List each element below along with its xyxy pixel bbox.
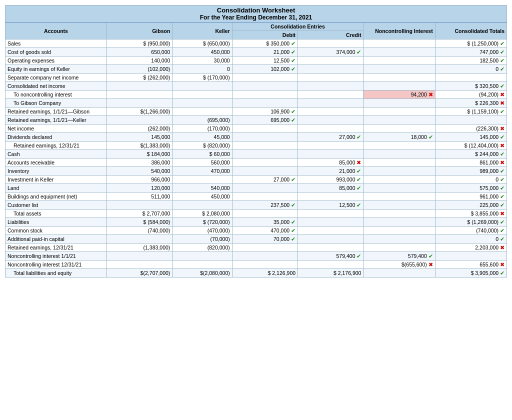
check-icon: ✔ <box>500 40 504 46</box>
consol-cell: $ (12,404,000) ✖ <box>435 142 506 150</box>
check-icon: ✔ <box>428 134 433 140</box>
nci-cell: 18,000 ✔ <box>364 133 435 142</box>
account-label: Noncontrolling interest 12/31/21 <box>6 260 107 269</box>
nci-cell <box>364 176 435 184</box>
keller-cell: 470,000 <box>172 167 232 176</box>
consol-cell: 861,000 ✖ <box>435 158 506 167</box>
debit-cell <box>232 158 298 167</box>
account-label: Buildings and equipment (net) <box>6 192 107 201</box>
credit-cell <box>298 192 364 201</box>
keller-cell <box>172 108 232 116</box>
account-label: Inventory <box>6 167 107 176</box>
account-label: Investment in Keller <box>6 176 107 184</box>
check-icon: ✔ <box>356 253 361 259</box>
account-label: Equity in earnings of Keller <box>6 65 107 74</box>
keller-cell: 540,000 <box>172 184 232 192</box>
nci-cell <box>364 201 435 210</box>
keller-cell: $ 2,080,000 <box>172 210 232 218</box>
account-label: Net income <box>6 124 107 133</box>
account-label: Additional paid-in capital <box>6 235 107 244</box>
consol-cell: 2,203,000 ✖ <box>435 244 506 252</box>
debit-cell: 35,000 ✔ <box>232 218 298 226</box>
check-icon: ✔ <box>291 219 296 225</box>
nci-cell <box>364 184 435 192</box>
nci-cell <box>364 82 435 90</box>
credit-cell <box>298 116 364 124</box>
debit-cell: 21,000 ✔ <box>232 48 298 56</box>
keller-cell: (820,000) <box>172 244 232 252</box>
consol-cell: 747,000 ✔ <box>435 48 506 56</box>
check-icon: ✔ <box>500 194 504 200</box>
debit-cell <box>232 167 298 176</box>
nci-cell <box>364 99 435 108</box>
cross-icon: ✖ <box>500 100 504 106</box>
nci-cell <box>364 235 435 244</box>
check-icon: ✔ <box>500 270 504 276</box>
credit-cell: 993,000 ✔ <box>298 176 364 184</box>
gibson-cell: (262,000) <box>106 124 172 133</box>
consol-cell: 182,500 ✔ <box>435 56 506 65</box>
check-icon: ✔ <box>291 236 296 242</box>
check-icon: ✔ <box>291 202 296 208</box>
consol-cell: (94,200) ✖ <box>435 90 506 99</box>
account-label: To Gibson Company <box>6 99 107 108</box>
debit-cell <box>232 90 298 99</box>
consol-cell: $ (1,250,000) ✔ <box>435 40 506 48</box>
nci-cell <box>364 218 435 226</box>
cross-icon: ✖ <box>428 92 433 98</box>
nci-cell <box>364 150 435 158</box>
check-icon: ✔ <box>500 202 504 208</box>
cross-icon: ✖ <box>500 126 504 132</box>
credit-cell <box>298 218 364 226</box>
consol-cell: (740,000) ✔ <box>435 226 506 235</box>
gibson-cell: (740,000) <box>106 226 172 235</box>
header-keller: Keller <box>172 22 232 40</box>
keller-cell <box>172 252 232 260</box>
debit-cell <box>232 184 298 192</box>
gibson-cell: $ (950,000) <box>106 40 172 48</box>
keller-cell <box>172 90 232 99</box>
cross-icon: ✖ <box>500 244 504 250</box>
debit-cell <box>232 260 298 269</box>
cross-icon: ✖ <box>500 92 504 98</box>
gibson-cell: $ (262,000) <box>106 74 172 82</box>
consol-cell: $ (1,269,000) ✔ <box>435 218 506 226</box>
gibson-cell: 140,000 <box>106 56 172 65</box>
credit-cell <box>298 99 364 108</box>
check-icon: ✔ <box>291 58 296 64</box>
account-label: Sales <box>6 40 107 48</box>
gibson-cell: 540,000 <box>106 167 172 176</box>
debit-cell: $ 2,126,900 <box>232 269 298 278</box>
check-icon: ✔ <box>500 134 504 140</box>
check-icon: ✔ <box>500 236 504 242</box>
gibson-cell: $ 2,707,000 <box>106 210 172 218</box>
account-label: Total assets <box>6 210 107 218</box>
gibson-cell <box>106 90 172 99</box>
consol-cell: (226,300) ✖ <box>435 124 506 133</box>
nci-cell <box>364 124 435 133</box>
check-icon: ✔ <box>500 168 504 174</box>
gibson-cell <box>106 252 172 260</box>
credit-cell <box>298 226 364 235</box>
check-icon: ✔ <box>500 151 504 157</box>
gibson-cell <box>106 260 172 269</box>
keller-cell: 45,000 <box>172 133 232 142</box>
keller-cell: (170,000) <box>172 124 232 133</box>
debit-cell <box>232 142 298 150</box>
credit-cell <box>298 210 364 218</box>
credit-cell <box>298 82 364 90</box>
nci-cell <box>364 192 435 201</box>
header-nci: Noncontrolling Interest <box>364 22 435 40</box>
consol-cell <box>435 252 506 260</box>
consol-cell: 989,000 ✔ <box>435 167 506 176</box>
nci-cell <box>364 269 435 278</box>
check-icon: ✔ <box>291 117 296 123</box>
check-icon: ✔ <box>291 176 296 182</box>
check-icon: ✔ <box>500 58 504 64</box>
debit-cell: 102,000 ✔ <box>232 65 298 74</box>
debit-cell <box>232 252 298 260</box>
header-debit: Debit <box>232 31 298 40</box>
gibson-cell: (102,000) <box>106 65 172 74</box>
nci-cell: 579,400 ✔ <box>364 252 435 260</box>
check-icon: ✔ <box>356 168 361 174</box>
